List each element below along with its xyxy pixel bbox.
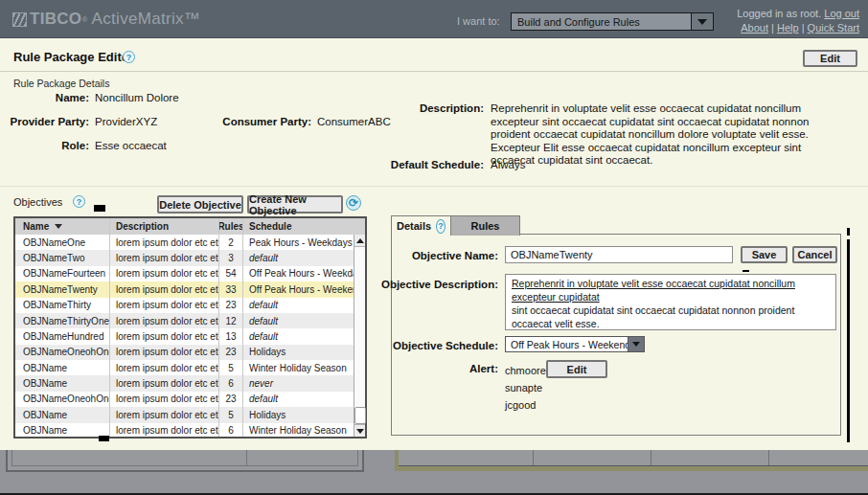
name-value: Noncillum Dolore: [95, 92, 179, 103]
column-header-description[interactable]: Description: [110, 218, 219, 235]
table-row[interactable]: OBJNameOneohOnelorem ipsum dolor etc etc…: [15, 345, 354, 360]
about-link[interactable]: About: [741, 22, 768, 34]
objective-description-textarea[interactable]: Reprehenrit in voluptate velit esse occa…: [505, 274, 836, 330]
delete-objective-button[interactable]: Delete Objective: [157, 195, 243, 214]
table-cell: lorem ipsum dolor etc etc....: [110, 375, 219, 391]
table-cell: default: [243, 250, 354, 265]
table-cell: OBJName: [15, 407, 110, 422]
tab-details[interactable]: Details ?: [391, 215, 451, 236]
table-row[interactable]: OBJNamelorem ipsum dolor etc etc....5Win…: [15, 360, 354, 375]
table-cell: OBJName: [15, 423, 110, 438]
objectives-table: Name Description Rules Schedule OBJNameO…: [13, 216, 367, 439]
alert-user: jcgood: [505, 396, 546, 414]
top-header-bar: TIBCO ® ActiveMatrix™ I want to: Build a…: [0, 0, 868, 38]
table-cell: lorem ipsum dolor etc etc....: [110, 298, 219, 313]
table-cell: lorem ipsum dolor etc etc....: [110, 328, 219, 344]
scroll-down-icon[interactable]: [354, 424, 365, 437]
table-cell: OBJName: [15, 360, 110, 375]
column-header-schedule[interactable]: Schedule: [243, 218, 365, 235]
logged-in-text: Logged in as root.: [737, 8, 821, 19]
table-row[interactable]: OBJNameTwentylorem ipsum dolor etc etc..…: [15, 281, 354, 297]
objective-name-input[interactable]: [505, 246, 733, 263]
alert-user-list: chmooresunaptejcgood: [505, 362, 546, 414]
annotation-marker: [742, 270, 749, 272]
objective-description-label: Objective Description:: [372, 279, 498, 290]
table-cell: OBJNameTwenty: [15, 281, 110, 297]
tab-rules[interactable]: Rules: [450, 215, 520, 236]
table-cell: lorem ipsum dolor etc etc....: [110, 360, 219, 375]
details-help-icon[interactable]: ?: [436, 219, 445, 234]
table-cell: Holidays: [243, 407, 354, 422]
column-header-name[interactable]: Name: [15, 218, 110, 235]
registered-mark: ®: [81, 15, 87, 24]
description-value: Reprehenrit in voluptate velit esse occa…: [491, 102, 842, 168]
table-cell: OBJNameHundred: [15, 328, 110, 344]
column-header-rules[interactable]: Rules: [219, 218, 243, 235]
table-cell: OBJNameOne: [15, 235, 110, 250]
table-cell: never: [243, 375, 354, 391]
chevron-down-icon[interactable]: [691, 13, 713, 30]
table-row[interactable]: OBJNameThirtyOnelorem ipsum dolor etc et…: [15, 313, 354, 328]
table-scrollbar[interactable]: [354, 235, 365, 437]
refresh-icon[interactable]: ⟳: [346, 195, 361, 211]
scroll-up-icon[interactable]: [354, 235, 365, 247]
table-row[interactable]: OBJNameFourteenlorem ipsum dolor etc etc…: [15, 266, 354, 281]
brand-logo: TIBCO ® ActiveMatrix™: [12, 10, 200, 29]
table-row[interactable]: OBJNameThirtylorem ipsum dolor etc etc..…: [15, 298, 354, 313]
objective-name-label: Objective Name:: [391, 250, 498, 261]
table-cell: lorem ipsum dolor etc etc....: [110, 345, 219, 360]
details-panel: [391, 234, 841, 436]
provider-party-label: Provider Party:: [0, 116, 89, 127]
table-cell: lorem ipsum dolor etc etc....: [110, 281, 219, 297]
objective-schedule-value: Off Peak Hours - Weekends: [506, 337, 628, 351]
table-row[interactable]: OBJNamelorem ipsum dolor etc etc....5Hol…: [15, 407, 354, 422]
scrollbar-thumb[interactable]: [354, 407, 366, 424]
consumer-party-label: Consumer Party:: [218, 116, 311, 127]
alert-label: Alert:: [410, 363, 498, 374]
objectives-label: Objectives: [13, 196, 62, 208]
table-cell: 13: [219, 328, 243, 344]
product-name: ActiveMatrix™: [92, 10, 200, 29]
rule-package-editor-app: TIBCO ® ActiveMatrix™ I want to: Build a…: [0, 0, 868, 495]
table-cell: lorem ipsum dolor etc etc....: [110, 235, 219, 250]
table-row[interactable]: OBJNamelorem ipsum dolor etc etc....6nev…: [15, 375, 354, 391]
edit-alert-button[interactable]: Edit: [546, 360, 607, 378]
table-row[interactable]: OBJNamelorem ipsum dolor etc etc....6Win…: [15, 423, 354, 438]
annotation-marker: [99, 436, 109, 441]
objective-schedule-dropdown[interactable]: Off Peak Hours - Weekends: [505, 336, 645, 352]
chevron-down-icon[interactable]: [628, 337, 644, 351]
objectives-table-body: OBJNameOnelorem ipsum dolor etc etc....2…: [15, 235, 354, 437]
log-out-link[interactable]: Log out: [824, 8, 859, 19]
table-cell: 23: [219, 298, 243, 313]
table-cell: lorem ipsum dolor etc etc....: [110, 423, 219, 438]
session-area: Logged in as root. Log out About | Help …: [737, 7, 859, 35]
objectives-help-icon[interactable]: ?: [73, 195, 85, 208]
cancel-button[interactable]: Cancel: [792, 246, 837, 263]
task-dropdown[interactable]: Build and Configure Rules: [511, 12, 714, 31]
section-divider: [0, 186, 868, 187]
save-button[interactable]: Save: [741, 246, 788, 263]
table-row[interactable]: OBJNameOnelorem ipsum dolor etc etc....2…: [15, 235, 354, 250]
table-cell: 5: [219, 407, 243, 422]
edit-package-button[interactable]: Edit: [803, 50, 857, 67]
table-cell: Off Peak Hours - Weekdays: [243, 266, 354, 281]
table-row[interactable]: OBJNameTwolorem ipsum dolor etc etc....3…: [15, 250, 354, 265]
table-cell: OBJNameTwo: [15, 250, 110, 265]
task-dropdown-value: Build and Configure Rules: [512, 13, 691, 30]
table-cell: default: [243, 328, 354, 344]
create-new-objective-button[interactable]: Create New Objective: [247, 195, 343, 214]
provider-party-value: ProviderXYZ: [95, 116, 157, 127]
table-cell: lorem ipsum dolor etc etc....: [110, 250, 219, 265]
default-schedule-value: Always: [491, 159, 525, 170]
table-cell: default: [243, 313, 354, 328]
help-link[interactable]: Help: [777, 22, 799, 34]
quick-start-link[interactable]: Quick Start: [808, 22, 859, 34]
table-row[interactable]: OBJNameHundredlorem ipsum dolor etc etc.…: [15, 328, 354, 344]
table-cell: 3: [219, 250, 243, 265]
name-label: Name:: [0, 92, 89, 103]
page-title: Rule Package Editor: [13, 50, 134, 64]
table-row[interactable]: OBJNameOneohOnelorem ipsum dolor etc etc…: [15, 392, 354, 407]
description-label: Description:: [388, 102, 484, 114]
page-help-icon[interactable]: ?: [123, 51, 135, 63]
table-cell: Off Peak Hours - Weekends: [243, 281, 354, 297]
